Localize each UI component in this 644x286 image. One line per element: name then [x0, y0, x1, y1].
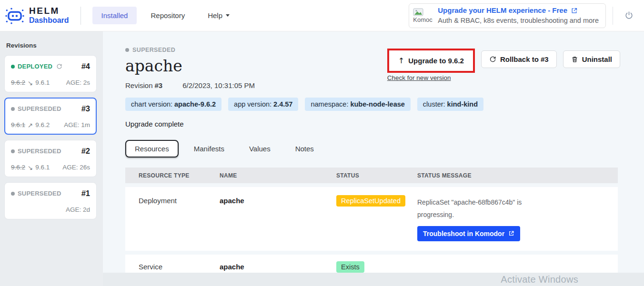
arrow-up-icon: ↑ [398, 56, 404, 65]
nav-tab-installed[interactable]: Installed [92, 7, 137, 24]
status-dot [11, 107, 15, 111]
revision-number: #2 [81, 147, 90, 156]
uninstall-button[interactable]: Uninstall [563, 50, 620, 68]
revision-age: AGE: 1m [64, 121, 90, 129]
upgrade-button[interactable]: ↑ Upgrade to 9.6.2 [391, 52, 472, 69]
revision-status: DEPLOYED [18, 63, 52, 70]
col-name: NAME [220, 172, 336, 179]
trash-icon [571, 56, 578, 63]
revision-label: Revision [125, 81, 153, 89]
status-dot [11, 149, 15, 153]
version-to: 9.6.1 [35, 79, 50, 87]
version-to: 9.6.2 [35, 121, 50, 129]
activate-windows-watermark: Activate Windows [501, 274, 578, 285]
helm-robot-icon [5, 6, 25, 26]
help-label: Help [208, 11, 222, 20]
table-row: Deployment apache ReplicaSetUpdated Repl… [125, 187, 618, 251]
reload-icon [56, 63, 62, 69]
revision-number: #3 [155, 81, 163, 89]
nav-menu-help[interactable]: Help [199, 7, 239, 24]
header-divider [80, 7, 81, 25]
table-header-row: RESOURCE TYPE NAME STATUS STATUS MESSAGE [125, 168, 618, 183]
version-from: 9.6.1 [11, 121, 25, 129]
revision-number: #1 [81, 189, 90, 198]
komodor-upgrade-banner[interactable]: Komoc Upgrade your HELM experience - Fre… [409, 3, 606, 28]
revision-status: SUPERSEDED [18, 105, 61, 112]
tab-values[interactable]: Values [240, 140, 280, 158]
resource-type-cell: Service [139, 263, 220, 271]
rollback-icon [489, 56, 496, 63]
revision-age: AGE: 26s [62, 164, 90, 171]
revision-status: SUPERSEDED [18, 148, 61, 155]
revision-age: AGE: 2d [66, 206, 90, 214]
header-divider [613, 7, 613, 25]
col-status-message: STATUS MESSAGE [417, 172, 618, 179]
status-dot [11, 192, 15, 196]
top-header: HELM Dashboard Installed Repository Help… [0, 0, 644, 31]
revision-card-2[interactable]: SUPERSEDED #2 9.6.2 ↘ 9.6.1 AGE: 26s [4, 140, 97, 177]
status-message-text: ReplicaSet "apache-68fb867c4b" is progre… [417, 197, 536, 221]
external-link-icon [508, 230, 514, 237]
resource-name-cell: apache [220, 197, 336, 205]
revision-card-3[interactable]: SUPERSEDED #3 9.6.1 ↗ 9.6.2 AGE: 1m [4, 98, 97, 135]
logo-title: HELM [29, 6, 69, 16]
chart-version-badge: chart version:apache-9.6.2 [125, 98, 221, 111]
tab-resources[interactable]: Resources [125, 140, 179, 158]
revision-number: #3 [81, 104, 90, 113]
version-from: 9.6.2 [11, 79, 25, 87]
app-version-badge: app version:2.4.57 [228, 98, 298, 111]
release-status-note: Upgrade complete [125, 120, 620, 128]
external-link-icon [571, 7, 578, 14]
namespace-badge: namespace:kube-node-lease [305, 98, 410, 111]
revision-number: #4 [81, 62, 90, 71]
troubleshoot-komodor-button[interactable]: Troubleshoot in Komodor [417, 226, 520, 241]
nav-tab-repository[interactable]: Repository [141, 7, 194, 24]
version-to: 9.6.1 [35, 164, 50, 171]
release-heading-block: SUPERSEDED apache Revision #3 6/2/2023, … [125, 45, 255, 89]
release-actions: ↑ Upgrade to 9.6.2 Check for new version [387, 50, 620, 81]
revision-card-4[interactable]: DEPLOYED #4 9.6.2 ↘ 9.6.1 AGE: 2s [4, 55, 97, 92]
version-arrow: ↘ [28, 164, 33, 171]
version-arrow: ↘ [28, 79, 33, 87]
status-badge: Exists [336, 261, 364, 273]
version-arrow: ↗ [28, 121, 33, 129]
power-icon [624, 11, 634, 20]
status-badge: ReplicaSetUpdated [336, 195, 405, 207]
release-title: apache [125, 57, 255, 75]
tab-notes[interactable]: Notes [286, 140, 323, 158]
status-dot [125, 48, 129, 52]
detail-tabs: Resources Manifests Values Notes [125, 140, 620, 158]
status-dot [11, 65, 15, 69]
helm-dashboard-logo[interactable]: HELM Dashboard [5, 6, 69, 26]
revision-card-1[interactable]: SUPERSEDED #1 AGE: 2d [4, 182, 97, 219]
col-resource-type: RESOURCE TYPE [139, 172, 220, 179]
komodor-broken-image: Komoc [413, 8, 433, 23]
revision-age: AGE: 2s [66, 79, 90, 87]
logo-subtitle: Dashboard [29, 16, 69, 25]
release-metadata-badges: chart version:apache-9.6.2 app version:2… [125, 98, 620, 111]
banner-title-text: Upgrade your HELM experience - Free [438, 5, 567, 16]
shutdown-button[interactable] [621, 8, 637, 23]
release-status-label: SUPERSEDED [132, 47, 175, 53]
red-annotation-box: ↑ Upgrade to 9.6.2 [387, 49, 475, 73]
komodor-image-alt-text: Komoc [413, 16, 432, 23]
bottom-strip: Activate Windows [103, 273, 644, 286]
rollback-button[interactable]: Rollback to #3 [481, 50, 557, 68]
resource-type-cell: Deployment [139, 197, 220, 205]
revision-status: SUPERSEDED [18, 190, 61, 197]
release-detail-panel: SUPERSEDED apache Revision #3 6/2/2023, … [103, 31, 644, 273]
check-new-version-link[interactable]: Check for new version [387, 74, 475, 81]
resource-name-cell: apache [220, 263, 336, 271]
revisions-heading: Revisions [6, 42, 97, 49]
main-nav: Installed Repository Help [92, 7, 239, 24]
resources-table: RESOURCE TYPE NAME STATUS STATUS MESSAGE… [125, 168, 618, 279]
chevron-down-icon [226, 14, 230, 17]
revision-date: 6/2/2023, 10:31:05 PM [182, 81, 255, 89]
tab-manifests[interactable]: Manifests [184, 140, 234, 158]
version-from: 9.6.2 [11, 164, 25, 171]
col-status: STATUS [336, 172, 417, 179]
banner-subtitle-text: Auth & RBAC, k8s events, troubleshooting… [438, 16, 599, 26]
cluster-badge: cluster:kind-kind [417, 98, 483, 111]
revisions-sidebar: Revisions DEPLOYED #4 9.6.2 [0, 31, 103, 286]
